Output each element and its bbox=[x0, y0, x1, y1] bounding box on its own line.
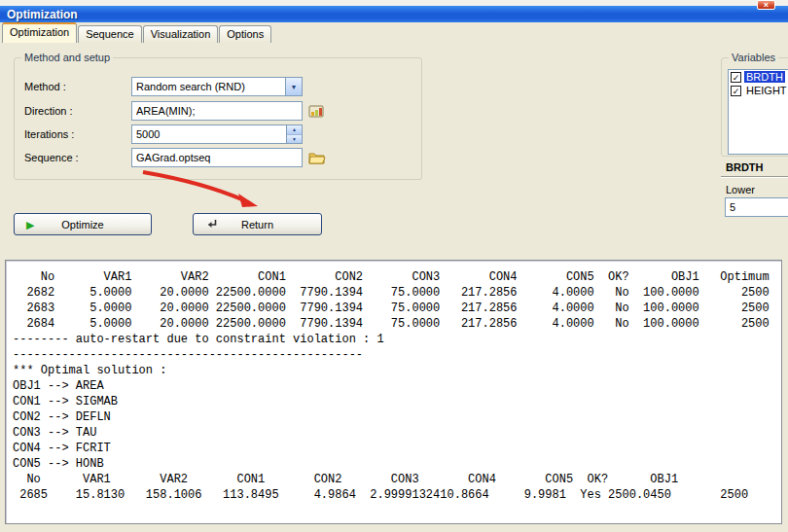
console-text: No VAR1 VAR2 CON1 CON2 CON3 CON4 CON5 OK… bbox=[6, 261, 781, 503]
selected-variable-name: BRDTH bbox=[726, 161, 764, 173]
list-item-height[interactable]: ✓ HEIGHT bbox=[729, 84, 788, 97]
spinner-down-icon[interactable]: ▼ bbox=[287, 135, 302, 144]
iterations-stepper[interactable]: ▲ ▼ bbox=[131, 124, 303, 144]
return-icon bbox=[205, 218, 218, 232]
iterations-spin-buttons: ▲ ▼ bbox=[286, 125, 302, 143]
spinner-up-icon[interactable]: ▲ bbox=[287, 125, 302, 135]
list-item-brdth[interactable]: ✓ BRDTH bbox=[729, 70, 788, 84]
optimize-button[interactable]: ▶ Optimize bbox=[14, 213, 152, 235]
play-icon: ▶ bbox=[26, 218, 34, 231]
direction-label: Direction : bbox=[24, 105, 131, 117]
close-icon: × bbox=[764, 0, 769, 10]
optimize-button-label: Optimize bbox=[61, 219, 103, 231]
method-combobox[interactable]: Random search (RND) ▼ bbox=[131, 77, 303, 96]
tab-options[interactable]: Options bbox=[219, 25, 271, 43]
checked-checkbox-icon[interactable]: ✓ bbox=[731, 72, 741, 83]
tab-visualization[interactable]: Visualization bbox=[143, 25, 219, 43]
variables-group: Variables ✓ BRDTH ✓ HEIGHT bbox=[721, 52, 788, 157]
variable-label: BRDTH bbox=[744, 71, 785, 83]
sequence-row: Sequence : bbox=[24, 148, 326, 167]
chevron-down-icon[interactable]: ▼ bbox=[285, 78, 302, 95]
window-title: Optimization bbox=[7, 8, 78, 21]
return-button-label: Return bbox=[241, 219, 273, 231]
lower-bound-input[interactable] bbox=[725, 197, 788, 217]
method-setup-title: Method and setup bbox=[21, 52, 113, 63]
output-console[interactable]: No VAR1 VAR2 CON1 CON2 CON3 CON4 CON5 OK… bbox=[5, 260, 782, 524]
iterations-row: Iterations : ▲ ▼ bbox=[24, 124, 303, 144]
method-setup-group: Method and setup Method : Random search … bbox=[14, 52, 422, 180]
variables-listbox[interactable]: ✓ BRDTH ✓ HEIGHT bbox=[728, 69, 788, 155]
lower-bound-label: Lower bbox=[726, 184, 755, 195]
return-button[interactable]: Return bbox=[193, 213, 322, 235]
divider bbox=[721, 176, 788, 178]
sequence-input[interactable] bbox=[131, 148, 303, 167]
method-combobox-value: Random search (RND) bbox=[132, 78, 285, 95]
variable-label: HEIGHT bbox=[744, 85, 788, 96]
direction-row: Direction : bbox=[24, 101, 325, 121]
optimization-window: × Optimization Optimization Sequence Vis… bbox=[0, 0, 788, 532]
tab-optimization[interactable]: Optimization bbox=[2, 22, 77, 43]
direction-edit-icon[interactable] bbox=[308, 104, 325, 119]
close-button[interactable]: × bbox=[757, 0, 775, 10]
iterations-label: Iterations : bbox=[24, 128, 131, 140]
variables-title: Variables bbox=[729, 52, 778, 63]
sequence-label: Sequence : bbox=[24, 152, 131, 163]
open-folder-icon[interactable] bbox=[308, 151, 326, 164]
tab-sequence[interactable]: Sequence bbox=[78, 25, 142, 43]
direction-input[interactable] bbox=[131, 101, 303, 121]
window-titlebar[interactable]: Optimization bbox=[0, 6, 788, 22]
iterations-input[interactable] bbox=[132, 125, 286, 143]
method-label: Method : bbox=[24, 81, 131, 92]
tab-bar: Optimization Sequence Visualization Opti… bbox=[2, 22, 272, 43]
checked-checkbox-icon[interactable]: ✓ bbox=[731, 86, 741, 96]
method-row: Method : Random search (RND) ▼ bbox=[24, 77, 303, 96]
